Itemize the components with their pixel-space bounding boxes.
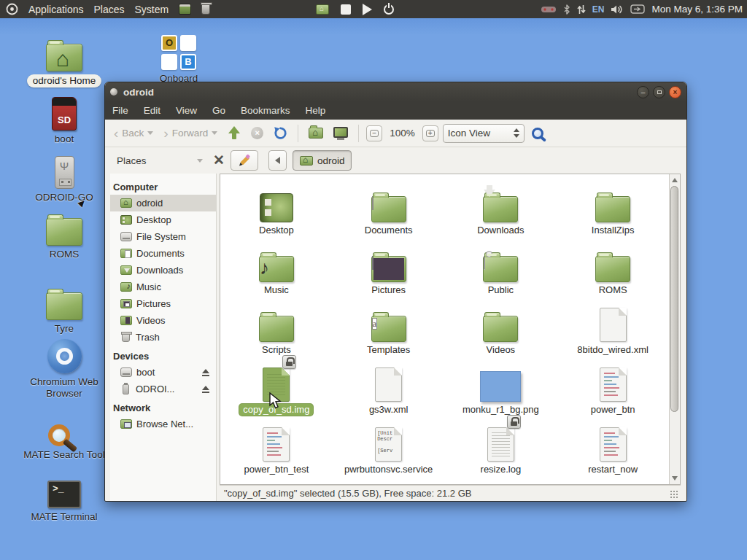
file-item[interactable]: [Unit Descr [Serv pwrbuttonsvc.service [333, 421, 445, 481]
file-item[interactable]: power_btn_test [220, 421, 333, 481]
sidebar-item[interactable]: File System [110, 228, 216, 245]
stop-applet-icon[interactable] [341, 4, 351, 15]
desktop-icon-label: odroid's Home [27, 74, 102, 88]
maximize-button[interactable] [653, 86, 665, 98]
panel-menu[interactable]: Applications [28, 4, 84, 15]
desktop-icon[interactable]: ▲ ROMS [17, 208, 112, 260]
home-button[interactable] [306, 126, 326, 140]
desktop-icon[interactable]: OB Onboard [131, 32, 226, 85]
file-item[interactable]: power_btn [557, 361, 669, 421]
file-item[interactable]: resize.log [445, 421, 557, 481]
scroll-down-icon[interactable] [672, 476, 678, 481]
desktop-icon[interactable]: Tyre [17, 282, 112, 335]
file-item[interactable]: ♪ Music [220, 241, 333, 301]
files-window-icon[interactable] [316, 4, 329, 15]
back-dropdown-icon[interactable] [147, 131, 153, 135]
eject-button[interactable] [201, 386, 210, 393]
refresh-button[interactable] [271, 125, 290, 141]
sidebar-item[interactable]: boot [110, 364, 216, 381]
file-item[interactable]: 8bitdo_wired.xml [557, 301, 669, 361]
sidebar-item[interactable]: Pictures [110, 295, 216, 312]
desktop-icon[interactable]: ⌂ odroid's Home [17, 34, 112, 88]
power-applet-icon[interactable] [384, 4, 394, 15]
menubar-item[interactable]: View [176, 105, 197, 116]
scrollbar-thumb[interactable] [670, 186, 678, 412]
file-item[interactable]: InstallZips [557, 182, 669, 241]
zoom-out-button[interactable]: − [366, 125, 382, 141]
menubar-item[interactable]: Edit [144, 105, 160, 116]
forward-chevron-icon: › [163, 128, 168, 139]
close-button[interactable]: × [669, 86, 681, 98]
bluetooth-tray-icon[interactable] [563, 4, 570, 15]
file-item[interactable]: Pictures [333, 241, 445, 301]
keyboard-layout-indicator[interactable]: EN [592, 4, 605, 15]
session-tray-icon[interactable] [630, 4, 645, 14]
mate-menu-icon[interactable] [6, 3, 18, 15]
sidebar-item[interactable]: Desktop [110, 211, 216, 228]
sidebar-item[interactable]: odroid [110, 195, 216, 211]
file-item[interactable]: Scripts [220, 301, 333, 361]
places-dropdown[interactable]: Places [112, 154, 207, 168]
desktop-icon[interactable]: MATE Search Tool [17, 408, 112, 461]
file-item[interactable]: Videos [445, 301, 557, 361]
resize-grip[interactable] [670, 490, 679, 499]
path-segment-button[interactable]: odroid [293, 150, 352, 171]
panel-menu[interactable]: System [135, 4, 169, 15]
forward-dropdown-icon[interactable] [212, 131, 217, 135]
sidebar-item[interactable]: Music [110, 279, 216, 295]
stop-button[interactable]: × [248, 125, 266, 141]
sidebar-item[interactable]: Videos [110, 312, 216, 329]
menubar-item[interactable]: Help [306, 105, 326, 116]
desktop-icon[interactable]: Chromium Web Browser [17, 335, 112, 399]
network-tray-icon[interactable] [577, 4, 586, 15]
desktop-icon[interactable]: boot [17, 93, 112, 145]
gamepad-tray-icon[interactable] [541, 5, 557, 14]
desktop-icon-label: MATE Search Tool [23, 449, 104, 461]
menubar-item[interactable]: Go [212, 105, 225, 116]
scroll-up-icon[interactable] [672, 178, 678, 182]
search-icon[interactable] [532, 128, 543, 139]
back-button[interactable]: ‹ Back [111, 126, 156, 141]
file-item[interactable]: Downloads [445, 182, 557, 241]
sidebar-item[interactable]: ODROI... [110, 381, 216, 397]
menubar-item[interactable]: File [112, 105, 128, 116]
file-item[interactable]: ROMS [557, 241, 669, 301]
vertical-scrollbar[interactable] [669, 174, 680, 484]
view-mode-select[interactable]: Icon View [443, 124, 525, 143]
file-item[interactable]: Public [445, 241, 557, 301]
play-applet-icon[interactable] [363, 4, 372, 15]
panel-menu[interactable]: Places [94, 4, 125, 15]
close-sidebar-icon[interactable]: ✕ [213, 155, 225, 166]
path-back-button[interactable] [268, 150, 287, 171]
zoom-in-button[interactable]: + [422, 125, 438, 141]
forward-button[interactable]: › Forward [160, 126, 220, 141]
titlebar[interactable]: odroid – × [105, 82, 686, 101]
trash-launcher-icon[interactable] [201, 4, 210, 15]
desktop-icon[interactable]: ODROID-GO [17, 151, 112, 203]
file-item[interactable]: a Templates [333, 301, 445, 361]
sidebar-item[interactable]: Documents [110, 245, 216, 262]
folder-icon [300, 156, 313, 166]
eject-button[interactable] [201, 369, 210, 376]
file-label: Documents [361, 225, 417, 236]
sidebar-item[interactable]: Trash [110, 329, 216, 346]
computer-button[interactable] [330, 125, 351, 141]
clock[interactable]: Mon May 6, 1:36 PM [651, 4, 743, 15]
sidebar-item[interactable]: Downloads [110, 262, 216, 279]
file-item[interactable]: monku_r1_bg.png [445, 361, 557, 421]
minimize-button[interactable]: – [637, 86, 649, 98]
edit-location-button[interactable] [231, 150, 258, 171]
file-item[interactable]: restart_now [557, 421, 669, 481]
terminal-launcher-icon[interactable] [179, 4, 191, 15]
up-button[interactable] [225, 125, 244, 142]
file-item[interactable]: Documents [333, 182, 445, 241]
file-item[interactable]: copy_of_sd.img [220, 361, 333, 421]
volume-tray-icon[interactable] [611, 4, 624, 15]
file-item[interactable]: Desktop [220, 182, 333, 241]
panel-taskbar [316, 0, 394, 18]
file-item[interactable]: gs3w.xml [333, 361, 445, 421]
menubar-item[interactable]: Bookmarks [241, 105, 290, 116]
spinner-icon[interactable] [514, 128, 519, 138]
sidebar-item[interactable]: Browse Net... [110, 416, 216, 432]
desktop-icon[interactable]: MATE Terminal [17, 470, 112, 523]
